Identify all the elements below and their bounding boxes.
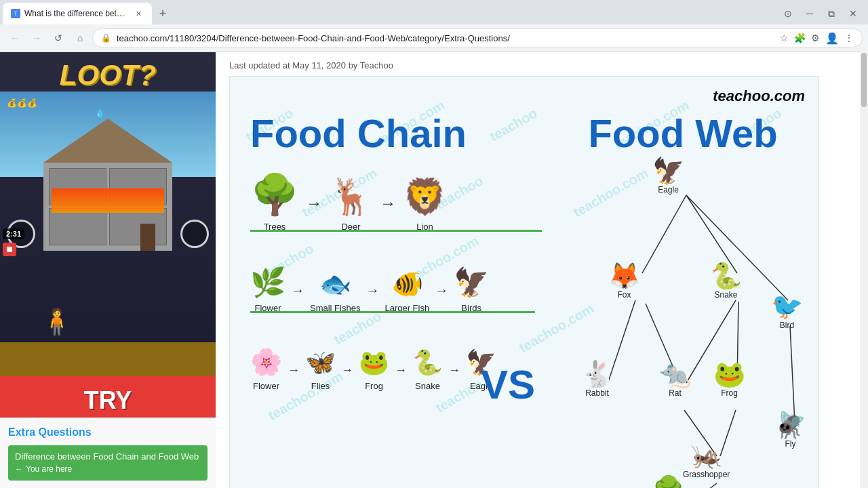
main-content[interactable]: Last updated at May 11, 2020 by Teachoo … [216,52,868,488]
frog-label: Frog [721,388,738,398]
grasshopper-emoji: 🦗 [690,443,722,468]
chain-item-deer: 🦌 Deer [329,176,373,232]
refresh-button[interactable]: ↺ [49,28,68,47]
flower2-label: Flower [253,381,279,391]
arrow-3: → [291,283,304,313]
chain-row-1: 🌳 Trees → 🦌 Deer → 🦁 Lion [250,171,549,245]
bird-label: Bird [780,321,794,330]
fly-label: Fly [785,439,796,449]
settings-icon[interactable]: ⚙ [811,33,820,43]
breadcrumb-main-text: Difference between Food Chain and Food W… [15,451,199,462]
svg-line-0 [642,195,686,273]
last-updated-text: Last updated at May 11, 2020 by Teachoo [229,52,854,76]
food-web-area: 🦅 Eagle 🦊 Fox 🐍 Snake 🐦 Bird [554,158,818,488]
infographic: teachoo teachoo.com teachoo teachoo.com … [229,76,819,488]
fox-emoji: 🦊 [608,263,640,289]
extra-questions-heading: Extra Questions [8,426,208,439]
arrow-here-icon: ← [15,464,23,475]
eagle-emoji: 🦅 [652,158,684,184]
extension-icon[interactable]: 🧩 [794,33,806,43]
chain-item-flower: 🌿 Flower [250,266,285,313]
address-bar[interactable]: 🔒 teachoo.com/11180/3204/Difference-betw… [92,28,863,47]
game-scene: 💰💰💰 💧 🧍 2:31 [0,92,216,376]
forward-button[interactable]: → [27,28,46,47]
chain-row-2: 🌿 Flower → 🐟 Small Fishes → 🐠 Larger Fis… [250,266,549,327]
rat-emoji: 🐀 [659,361,691,387]
fox-label: Fox [617,290,631,300]
restore-button[interactable]: ⧉ [822,4,841,23]
bookmark-icon[interactable]: ☆ [780,33,789,43]
profile-avatar[interactable]: 👤 [825,32,839,45]
tree-emoji: 🌳 [652,476,684,488]
flies-label: Flies [311,381,330,391]
web-node-rat: 🐀 Rat [659,361,691,398]
chain-ground-1 [250,230,542,232]
arrow-6: → [288,363,300,391]
address-bar-row: ← → ↺ ⌂ 🔒 teachoo.com/11180/3204/Differe… [0,24,868,52]
lock-icon: 🔒 [101,33,111,43]
active-tab[interactable]: T What is the difference between F... ✕ [3,3,152,24]
snake-label: Snake [415,381,440,391]
arrow-9: → [448,363,460,391]
chain-item-small-fish: 🐟 Small Fishes [310,269,360,313]
chain-item-trees: 🌳 Trees [250,171,299,232]
menu-icon[interactable]: ⋮ [844,33,854,43]
frog-label: Frog [365,381,383,391]
web-node-bird: 🐦 Bird [771,293,803,330]
web-node-grasshopper: 🦗 Grasshopper [683,443,730,479]
minimize-button[interactable]: ─ [800,4,819,23]
arrow-4: → [366,283,379,313]
scrollbar-track[interactable] [860,52,868,488]
chain-item-flower2: 🌸 Flower [250,347,282,391]
tab-favicon: T [11,9,20,18]
rabbit-label: Rabbit [585,388,609,398]
home-button[interactable]: ⌂ [71,28,90,47]
teachoo-logo: teachoo.com [713,87,805,105]
tab-title: What is the difference between F... [24,9,129,18]
new-tab-button[interactable]: + [153,4,172,23]
watermark: teachoo [487,105,540,144]
web-node-fly: 🪰 Fly [774,412,806,449]
close-button[interactable]: ✕ [844,4,863,23]
scrollbar-thumb[interactable] [861,53,867,107]
arrow-1: → [306,194,322,232]
chain-item-birds: 🦅 Birds [454,266,489,313]
you-are-here-text: You are here [26,464,72,475]
rat-label: Rat [669,388,682,398]
web-node-snake: 🐍 Snake [710,263,742,300]
chain-ground-2 [250,311,535,313]
sidebar-content: Extra Questions Difference between Food … [0,418,216,488]
left-panel: LOOT? [0,52,216,488]
game-ad[interactable]: LOOT? [0,52,216,418]
web-node-frog: 🐸 Frog [713,361,745,398]
you-are-here-label: ← You are here [15,464,72,475]
food-chain-title: Food Chain [250,110,467,156]
tab-close-button[interactable]: ✕ [133,8,144,19]
svg-line-9 [690,483,717,488]
tab-bar: T What is the difference between F... ✕ … [0,0,868,24]
arrow-2: → [380,194,396,232]
snake-label: Snake [714,290,737,300]
browser-chrome: T What is the difference between F... ✕ … [0,0,868,52]
vs-text: VS [481,361,535,408]
chain-item-frog: 🐸 Frog [359,348,389,391]
arrow-5: → [435,283,448,313]
try-button[interactable]: TRY [0,376,216,418]
bird-emoji: 🐦 [771,293,803,319]
timer-display: 2:31 [3,228,24,239]
loot-text: LOOT? [0,52,216,92]
web-node-eagle: 🦅 Eagle [652,158,684,195]
frog-emoji: 🐸 [713,361,745,387]
web-node-fox: 🦊 Fox [608,263,640,300]
tab-bar-icons: ⊙ ─ ⧉ ✕ [778,4,865,23]
profile-icon[interactable]: ⊙ [778,4,797,23]
arrow-7: → [341,363,353,391]
svg-line-7 [790,326,795,422]
address-actions: ☆ 🧩 ⚙ 👤 ⋮ [780,32,854,45]
url-text: teachoo.com/11180/3204/Difference-betwee… [117,33,774,43]
page-layout: LOOT? [0,52,868,488]
back-button[interactable]: ← [5,28,24,47]
food-web-title: Food Web [554,110,812,156]
breadcrumb-item[interactable]: Difference between Food Chain and Food W… [8,445,208,481]
fly-emoji: 🪰 [774,412,806,438]
